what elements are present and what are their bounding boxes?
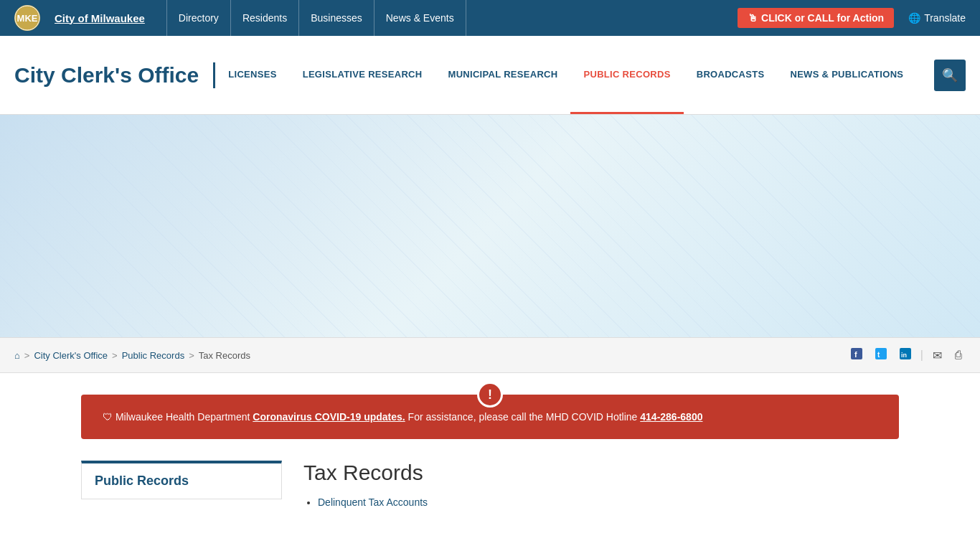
city-logo: MKE xyxy=(14,5,40,31)
list-item: Delinquent Tax Accounts xyxy=(318,496,899,508)
email-icon[interactable]: ✉ xyxy=(929,347,946,364)
translate-link[interactable]: 🌐 Translate xyxy=(908,12,966,24)
page-title: Tax Records xyxy=(303,461,899,485)
home-icon: ⌂ xyxy=(14,350,20,361)
twitter-icon[interactable]: t xyxy=(872,347,890,364)
nav-municipal-research[interactable]: MUNICIPAL RESEARCH xyxy=(435,36,571,114)
top-nav: Directory Residents Businesses News & Ev… xyxy=(166,0,723,36)
alert-text-before: Milwaukee Health Department xyxy=(116,411,253,423)
main-nav: LICENSES LEGISLATIVE RESEARCH MUNICIPAL … xyxy=(215,36,927,114)
breadcrumb-current: Tax Records xyxy=(199,350,250,361)
svg-text:in: in xyxy=(901,352,907,359)
breadcrumb-sep-3: > xyxy=(189,350,194,361)
nav-broadcasts[interactable]: BROADCASTS xyxy=(684,36,778,114)
alert-phone-link[interactable]: 414-286-6800 xyxy=(640,411,702,423)
city-name-link[interactable]: City of Milwaukee xyxy=(55,12,145,24)
social-icons: f t in | ✉ ⎙ xyxy=(847,347,966,364)
nav-businesses[interactable]: Businesses xyxy=(299,0,374,36)
breadcrumb-bar: ⌂ > City Clerk's Office > Public Records… xyxy=(0,337,980,373)
top-bar-right: 🖱 CLICK or CALL for Action 🌐 Translate xyxy=(738,8,966,28)
breadcrumb-city-clerks-office[interactable]: City Clerk's Office xyxy=(34,350,108,361)
alert-text-after: For assistance, please call the MHD COVI… xyxy=(408,411,641,423)
delinquent-tax-link[interactable]: Delinquent Tax Accounts xyxy=(318,496,428,508)
click-call-text: CLICK or CALL for Action xyxy=(761,12,884,24)
main-content: Tax Records Delinquent Tax Accounts xyxy=(303,461,899,514)
svg-text:f: f xyxy=(854,350,857,359)
content-area: Public Records Tax Records Delinquent Ta… xyxy=(81,461,899,514)
nav-legislative-research[interactable]: LEGISLATIVE RESEARCH xyxy=(290,36,435,114)
alert-icon-circle: ! xyxy=(477,382,503,408)
nav-licenses[interactable]: LICENSES xyxy=(215,36,289,114)
alert-wrapper: ! 🛡 Milwaukee Health Department Coronavi… xyxy=(81,395,899,439)
facebook-icon[interactable]: f xyxy=(847,347,866,364)
hero-image xyxy=(0,115,980,337)
tax-records-list: Delinquent Tax Accounts xyxy=(318,496,899,508)
breadcrumb-sep-2: > xyxy=(112,350,118,361)
nav-news-publications[interactable]: NEWS & PUBLICATIONS xyxy=(777,36,916,114)
translate-icon: 🌐 xyxy=(908,12,920,24)
breadcrumb-sep-1: > xyxy=(24,350,30,361)
nav-news-events[interactable]: News & Events xyxy=(374,0,466,36)
alert-shield-icon: 🛡 xyxy=(103,411,113,423)
nav-public-records[interactable]: PUBLIC RECORDS xyxy=(570,36,683,114)
sidebar-title: Public Records xyxy=(81,461,282,499)
site-title: City Clerk's Office xyxy=(14,62,215,88)
social-divider: | xyxy=(920,349,923,362)
linkedin-icon[interactable]: in xyxy=(896,347,915,364)
nav-residents[interactable]: Residents xyxy=(231,0,299,36)
cursor-icon: 🖱 xyxy=(748,12,758,24)
alert-covid-link[interactable]: Coronavirus COVID-19 updates. xyxy=(253,411,405,423)
nav-directory[interactable]: Directory xyxy=(166,0,231,36)
top-bar: MKE City of Milwaukee Directory Resident… xyxy=(0,0,980,36)
print-icon[interactable]: ⎙ xyxy=(951,347,966,363)
svg-text:MKE: MKE xyxy=(17,13,38,24)
breadcrumb: ⌂ > City Clerk's Office > Public Records… xyxy=(14,350,250,361)
click-call-link[interactable]: 🖱 CLICK or CALL for Action xyxy=(738,8,894,28)
search-icon: 🔍 xyxy=(942,67,958,83)
breadcrumb-home[interactable]: ⌂ xyxy=(14,350,20,361)
sidebar: Public Records xyxy=(81,461,282,514)
alert-exclamation: ! xyxy=(488,387,492,402)
site-header: City Clerk's Office LICENSES LEGISLATIVE… xyxy=(0,36,980,115)
search-button[interactable]: 🔍 xyxy=(934,60,966,91)
breadcrumb-public-records[interactable]: Public Records xyxy=(122,350,184,361)
